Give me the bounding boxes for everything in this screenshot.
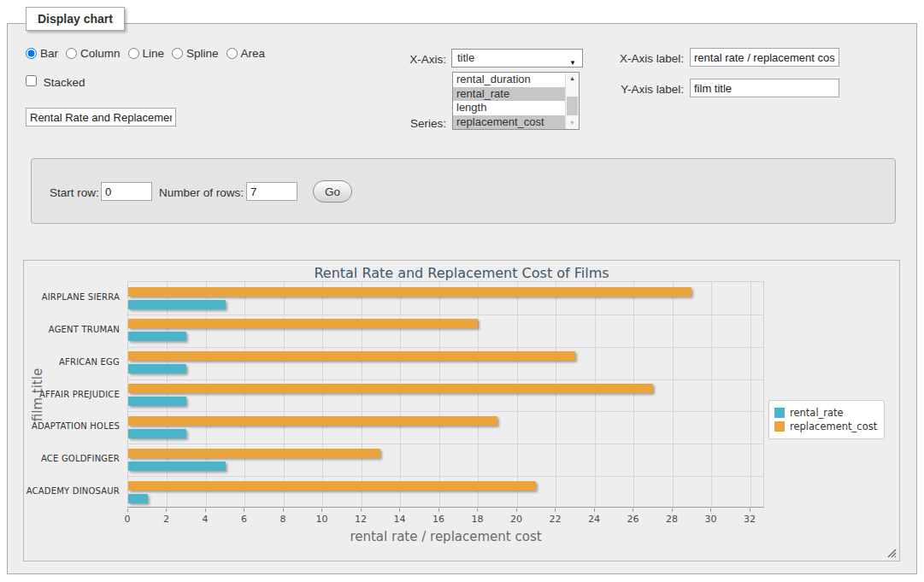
x-tick-label: 0 bbox=[113, 514, 142, 525]
axis-tick bbox=[438, 509, 439, 512]
x-tick-label: 32 bbox=[735, 514, 764, 525]
bar-rental_rate bbox=[128, 397, 186, 406]
listbox-option[interactable]: rental_rate bbox=[453, 87, 565, 102]
plot-area bbox=[127, 281, 764, 508]
bar-replacement_cost bbox=[128, 351, 575, 361]
listbox-scrollbar[interactable]: ▲ ▼ bbox=[565, 73, 579, 129]
gridline bbox=[128, 411, 763, 412]
axis-tick bbox=[594, 509, 595, 512]
gridline bbox=[362, 282, 362, 507]
bar-rental_rate bbox=[128, 332, 186, 341]
x-tick-label: 28 bbox=[657, 514, 686, 525]
x-tick-label: 16 bbox=[424, 514, 453, 525]
chart-type-option-bar[interactable]: Bar bbox=[26, 47, 58, 60]
chart-type-option-spline[interactable]: Spline bbox=[172, 47, 219, 60]
gridline bbox=[633, 282, 634, 507]
axis-tick bbox=[633, 509, 633, 512]
bar-replacement_cost bbox=[128, 416, 497, 426]
y-axis-label-label: Y-Axis label: bbox=[598, 83, 684, 96]
chart-title: Rental Rate and Replacement Cost of Film… bbox=[24, 265, 899, 281]
axis-tick bbox=[516, 509, 517, 512]
axis-tick bbox=[672, 509, 673, 512]
chart-type-option-column[interactable]: Column bbox=[66, 47, 121, 60]
y-axis-label-input[interactable] bbox=[690, 79, 839, 97]
scroll-up-icon[interactable]: ▲ bbox=[566, 73, 579, 85]
chart-type-label: Spline bbox=[186, 47, 219, 60]
x-tick-label: 26 bbox=[618, 514, 647, 525]
chart-type-radio-area[interactable] bbox=[227, 48, 238, 59]
chart-type-label: Area bbox=[241, 47, 266, 60]
category-label: ACADEMY DINOSAUR bbox=[24, 475, 120, 508]
start-row-input[interactable] bbox=[101, 182, 152, 201]
scroll-down-icon[interactable]: ▼ bbox=[566, 117, 579, 129]
axis-tick bbox=[555, 509, 556, 512]
listbox-option[interactable]: length bbox=[453, 101, 565, 115]
gridline bbox=[478, 282, 479, 507]
start-row-label: Start row: bbox=[50, 186, 99, 199]
chart-type-radio-bar[interactable] bbox=[26, 48, 37, 59]
category-label: AGENT TRUMAN bbox=[24, 314, 120, 346]
stacked-option[interactable]: Stacked bbox=[26, 75, 85, 89]
chart-type-radio-line[interactable] bbox=[128, 48, 139, 59]
x-tick-label: 4 bbox=[191, 514, 220, 525]
legend-swatch bbox=[774, 408, 785, 418]
legend-item[interactable]: rental_rate bbox=[774, 407, 877, 419]
gridline bbox=[128, 379, 763, 380]
chart-type-radio-spline[interactable] bbox=[172, 48, 183, 59]
axis-tick bbox=[127, 509, 128, 512]
x-tick-label: 24 bbox=[580, 514, 609, 525]
legend-item[interactable]: replacement_cost bbox=[774, 420, 877, 432]
stacked-row: Stacked bbox=[26, 75, 85, 89]
bar-rental_rate bbox=[128, 429, 186, 438]
chart-type-radio-group: Bar Column Line Spline Area bbox=[26, 47, 273, 60]
bar-rental_rate bbox=[128, 461, 226, 471]
x-tick-label: 18 bbox=[462, 514, 491, 525]
x-axis-select-label: X-Axis: bbox=[368, 53, 446, 66]
stacked-label: Stacked bbox=[44, 76, 85, 89]
gridline bbox=[206, 282, 207, 507]
axis-tick bbox=[321, 509, 322, 512]
x-tick-label: 12 bbox=[346, 514, 375, 525]
x-axis-select[interactable]: title ▼ bbox=[451, 49, 583, 68]
chart-type-label: Bar bbox=[40, 47, 58, 60]
legend-label: replacement_cost bbox=[790, 420, 877, 432]
legend-label: rental_rate bbox=[790, 407, 844, 419]
x-axis-label-input[interactable] bbox=[690, 48, 839, 67]
bar-replacement_cost bbox=[128, 481, 536, 491]
axis-tick bbox=[710, 509, 711, 512]
gridline bbox=[284, 282, 285, 507]
number-of-rows-input[interactable] bbox=[246, 182, 297, 201]
listbox-option[interactable]: rental_duration bbox=[453, 73, 565, 87]
chart-title-input[interactable] bbox=[26, 108, 176, 126]
chart-type-label: Column bbox=[80, 47, 121, 60]
chart-type-option-area[interactable]: Area bbox=[227, 47, 266, 60]
gridline bbox=[128, 347, 763, 348]
series-options: rental_durationrental_ratelengthreplacem… bbox=[453, 73, 565, 129]
listbox-option[interactable]: replacement_cost bbox=[453, 115, 565, 130]
chevron-down-icon: ▼ bbox=[569, 55, 576, 72]
bar-replacement_cost bbox=[128, 449, 380, 458]
resize-grip-icon[interactable] bbox=[887, 549, 897, 558]
stacked-checkbox[interactable] bbox=[26, 75, 37, 86]
x-tick-label: 6 bbox=[229, 514, 258, 525]
chart-type-radio-column[interactable] bbox=[66, 48, 77, 59]
gridline bbox=[673, 282, 674, 507]
gridline bbox=[244, 282, 245, 507]
chart-type-label: Line bbox=[143, 47, 165, 60]
go-button[interactable]: Go bbox=[313, 180, 352, 203]
gridline bbox=[400, 282, 401, 507]
chart-type-option-line[interactable]: Line bbox=[128, 47, 165, 60]
axis-tick bbox=[244, 509, 244, 512]
series-listbox[interactable]: rental_durationrental_ratelengthreplacem… bbox=[452, 72, 580, 130]
scrollbar-thumb[interactable] bbox=[567, 97, 578, 115]
x-axis-select-value: title bbox=[457, 51, 474, 64]
gridline bbox=[128, 444, 763, 444]
axis-tick bbox=[283, 509, 284, 512]
x-tick-label: 8 bbox=[268, 514, 297, 525]
gridline bbox=[128, 315, 763, 315]
bar-replacement_cost bbox=[128, 319, 478, 328]
gridline bbox=[128, 476, 763, 477]
chart-legend: rental_ratereplacement_cost bbox=[768, 400, 885, 439]
axis-tick bbox=[361, 509, 362, 512]
x-tick-label: 10 bbox=[307, 514, 336, 525]
